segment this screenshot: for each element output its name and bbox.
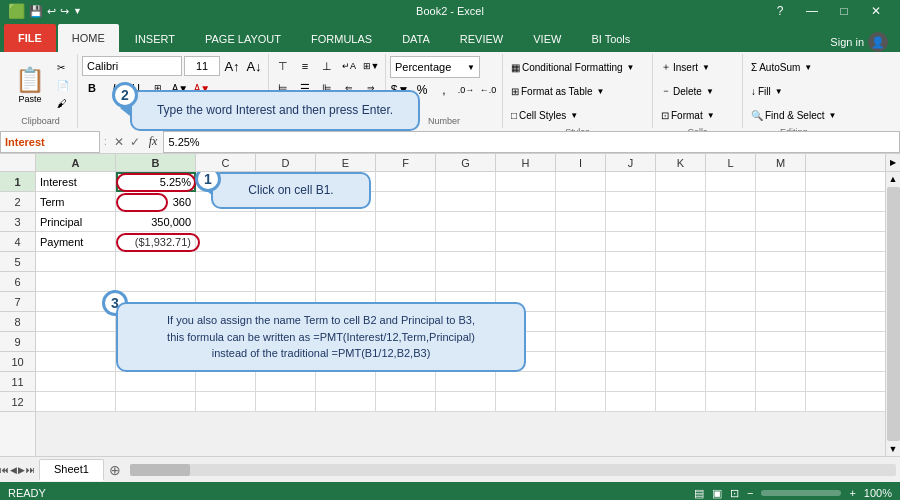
cell-j2[interactable] — [606, 192, 656, 212]
cell-g2[interactable] — [436, 192, 496, 212]
view-layout-icon[interactable]: ▣ — [712, 487, 722, 500]
cell-g3[interactable] — [436, 212, 496, 232]
col-header-a[interactable]: A — [36, 154, 116, 171]
row-7[interactable]: 7 — [0, 292, 35, 312]
cell-g6[interactable] — [436, 272, 496, 292]
cell-g4[interactable] — [436, 232, 496, 252]
row-5[interactable]: 5 — [0, 252, 35, 272]
maximize-btn[interactable]: □ — [828, 0, 860, 22]
cell-b3[interactable]: 350,000 — [116, 212, 196, 232]
confirm-formula-btn[interactable]: ✓ — [127, 135, 143, 149]
col-header-d[interactable]: D — [256, 154, 316, 171]
cell-l5[interactable] — [706, 252, 756, 272]
cell-a8[interactable] — [36, 312, 116, 332]
cell-m9[interactable] — [756, 332, 806, 352]
cell-a1[interactable]: Interest — [36, 172, 116, 192]
col-header-m[interactable]: M — [756, 154, 806, 171]
cell-d11[interactable] — [256, 372, 316, 392]
fill-btn[interactable]: ↓ Fill ▼ — [747, 80, 840, 102]
cell-j7[interactable] — [606, 292, 656, 312]
cell-a10[interactable] — [36, 352, 116, 372]
sheet-prev[interactable]: ◀ — [10, 465, 17, 475]
align-top-btn[interactable]: ⊤ — [273, 56, 293, 76]
col-header-e[interactable]: E — [316, 154, 376, 171]
cell-a5[interactable] — [36, 252, 116, 272]
cell-k3[interactable] — [656, 212, 706, 232]
customize-btn[interactable]: ▼ — [73, 6, 82, 16]
zoom-in-btn[interactable]: + — [849, 487, 855, 499]
cell-j10[interactable] — [606, 352, 656, 372]
autosum-btn[interactable]: Σ AutoSum ▼ — [747, 56, 840, 78]
cell-h6[interactable] — [496, 272, 556, 292]
dec-increase-btn[interactable]: ←.0 — [478, 80, 498, 100]
view-preview-icon[interactable]: ⊡ — [730, 487, 739, 500]
number-format-dropdown[interactable]: Percentage ▼ — [390, 56, 480, 78]
cell-f4[interactable] — [376, 232, 436, 252]
cell-j5[interactable] — [606, 252, 656, 272]
cell-l3[interactable] — [706, 212, 756, 232]
col-header-h[interactable]: H — [496, 154, 556, 171]
cell-m10[interactable] — [756, 352, 806, 372]
cell-a4[interactable]: Payment — [36, 232, 116, 252]
cell-d6[interactable] — [256, 272, 316, 292]
cell-f5[interactable] — [376, 252, 436, 272]
increase-font-btn[interactable]: A↑ — [222, 56, 242, 76]
cell-k4[interactable] — [656, 232, 706, 252]
cell-k9[interactable] — [656, 332, 706, 352]
vertical-scrollbar[interactable]: ▲ ▼ — [885, 172, 900, 456]
dec-decrease-btn[interactable]: .0→ — [456, 80, 476, 100]
cell-j9[interactable] — [606, 332, 656, 352]
cell-h12[interactable] — [496, 392, 556, 412]
cell-f6[interactable] — [376, 272, 436, 292]
cell-i6[interactable] — [556, 272, 606, 292]
cell-l1[interactable] — [706, 172, 756, 192]
cell-l2[interactable] — [706, 192, 756, 212]
cell-a9[interactable] — [36, 332, 116, 352]
sheet-tab-1[interactable]: Sheet1 — [39, 459, 104, 481]
cell-e12[interactable] — [316, 392, 376, 412]
cell-l12[interactable] — [706, 392, 756, 412]
cell-i8[interactable] — [556, 312, 606, 332]
cell-d12[interactable] — [256, 392, 316, 412]
cell-m7[interactable] — [756, 292, 806, 312]
col-header-f[interactable]: F — [376, 154, 436, 171]
cell-c12[interactable] — [196, 392, 256, 412]
cell-i10[interactable] — [556, 352, 606, 372]
cell-k2[interactable] — [656, 192, 706, 212]
insert-btn[interactable]: ＋ Insert ▼ — [657, 56, 738, 78]
cell-b12[interactable] — [116, 392, 196, 412]
cell-i12[interactable] — [556, 392, 606, 412]
cell-h5[interactable] — [496, 252, 556, 272]
cell-j3[interactable] — [606, 212, 656, 232]
cell-d4[interactable] — [256, 232, 316, 252]
col-header-l[interactable]: L — [706, 154, 756, 171]
cell-i5[interactable] — [556, 252, 606, 272]
col-header-c[interactable]: C — [196, 154, 256, 171]
cell-e6[interactable] — [316, 272, 376, 292]
cell-i4[interactable] — [556, 232, 606, 252]
cell-g5[interactable] — [436, 252, 496, 272]
cell-k6[interactable] — [656, 272, 706, 292]
cell-b11[interactable] — [116, 372, 196, 392]
cell-h1[interactable] — [496, 172, 556, 192]
cell-g11[interactable] — [436, 372, 496, 392]
cell-f11[interactable] — [376, 372, 436, 392]
cell-k11[interactable] — [656, 372, 706, 392]
tab-insert[interactable]: INSERT — [121, 26, 189, 52]
help-btn[interactable]: ? — [764, 0, 796, 22]
cell-h3[interactable] — [496, 212, 556, 232]
cell-c11[interactable] — [196, 372, 256, 392]
sheet-next[interactable]: ▶ — [18, 465, 25, 475]
wrap-text-btn[interactable]: ↵A — [339, 56, 359, 76]
row-2[interactable]: 2 — [0, 192, 35, 212]
cell-l4[interactable] — [706, 232, 756, 252]
row-4[interactable]: 4 — [0, 232, 35, 252]
cell-m6[interactable] — [756, 272, 806, 292]
cell-c4[interactable] — [196, 232, 256, 252]
cell-j1[interactable] — [606, 172, 656, 192]
cell-d3[interactable] — [256, 212, 316, 232]
col-scroll-btn[interactable]: ▶ — [885, 154, 900, 171]
cell-c5[interactable] — [196, 252, 256, 272]
cell-l9[interactable] — [706, 332, 756, 352]
delete-btn[interactable]: － Delete ▼ — [657, 80, 738, 102]
